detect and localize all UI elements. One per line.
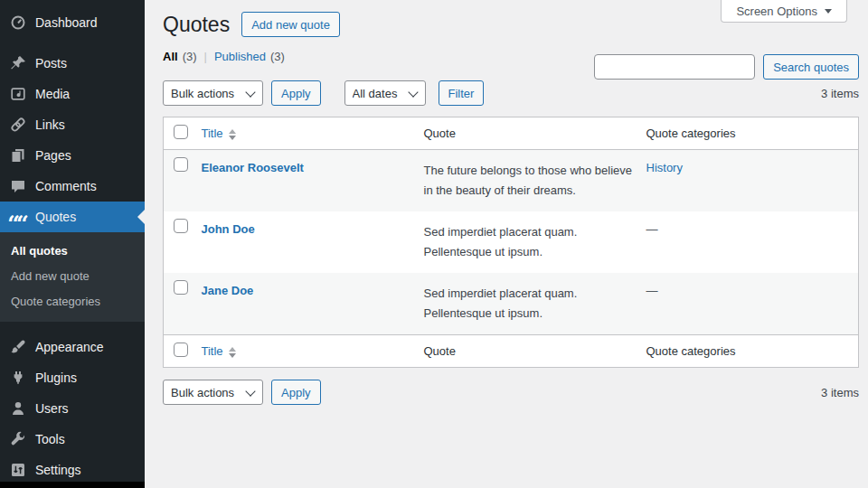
pushpin-icon <box>9 54 27 72</box>
column-quote: Quote <box>424 117 646 150</box>
quote-title-link[interactable]: Eleanor Roosevelt <box>202 161 304 174</box>
quotes-submenu: All quotes Add new quote Quote categorie… <box>0 232 145 322</box>
quotes-list-table: Title Quote Quote categories Eleanor Roo… <box>163 117 859 368</box>
row-checkbox[interactable] <box>174 219 188 233</box>
quote-title-link[interactable]: John Doe <box>202 222 255 236</box>
submenu-item-quote-categories[interactable]: Quote categories <box>0 289 145 314</box>
table-toolbar-bottom: Bulk actions Apply 3 items <box>163 380 859 405</box>
dates-filter-select[interactable]: All dates <box>344 80 426 106</box>
sidebar-item-label: Tools <box>35 432 65 446</box>
sidebar-item-label: Plugins <box>35 371 77 385</box>
bulk-actions-select[interactable]: Bulk actions <box>163 80 263 106</box>
bulk-actions-select-bottom[interactable]: Bulk actions <box>163 380 263 405</box>
apply-button[interactable]: Apply <box>271 80 321 106</box>
view-separator: | <box>204 50 207 63</box>
settings-icon <box>9 461 27 479</box>
select-all-checkbox[interactable] <box>174 343 188 357</box>
plugin-icon <box>9 369 27 387</box>
column-title-sort[interactable]: Title <box>202 344 223 358</box>
quote-text: Sed imperdiet placerat quam. Pellentesqu… <box>424 284 637 324</box>
dates-select-wrap: All dates <box>344 80 426 106</box>
table-row: Eleanor Roosevelt The future belongs to … <box>164 150 859 212</box>
page-title: Quotes <box>163 11 230 38</box>
brush-icon <box>9 338 27 356</box>
sidebar-item-links[interactable]: Links <box>0 109 145 140</box>
sidebar-item-media[interactable]: Media <box>0 79 145 109</box>
pages-icon <box>9 146 27 164</box>
search-quotes-button[interactable]: Search quotes <box>763 54 859 80</box>
submenu-item-add-new-quote[interactable]: Add new quote <box>0 264 145 289</box>
view-all-count: (3) <box>183 50 197 63</box>
column-quote-categories: Quote categories <box>646 335 859 368</box>
table-toolbar-top: Bulk actions Apply All dates Filter 3 it… <box>163 80 859 106</box>
column-quote-categories: Quote categories <box>646 117 859 150</box>
apply-button-bottom[interactable]: Apply <box>271 380 321 405</box>
quote-title-link[interactable]: Jane Doe <box>202 284 254 297</box>
sidebar-item-label: Dashboard <box>35 15 98 30</box>
bulk-actions-select-wrap: Bulk actions <box>163 380 263 405</box>
quote-icon <box>9 208 27 226</box>
sidebar-item-label: Quotes <box>35 210 76 224</box>
sidebar-item-users[interactable]: Users <box>0 393 145 424</box>
sidebar-item-label: Pages <box>35 148 71 163</box>
link-icon <box>9 116 27 134</box>
column-title-sort[interactable]: Title <box>202 127 223 140</box>
sidebar-item-label: Users <box>35 401 69 416</box>
bulk-actions-select-wrap: Bulk actions <box>163 80 263 106</box>
sidebar-item-tools[interactable]: Tools <box>0 424 145 455</box>
main-content: Screen Options Quotes Add new quote All … <box>145 0 868 488</box>
search-box: Search quotes <box>594 54 859 80</box>
table-row: Jane Doe Sed imperdiet placerat quam. Pe… <box>164 273 859 335</box>
sidebar-item-settings[interactable]: Settings <box>0 455 145 485</box>
sidebar-item-appearance[interactable]: Appearance <box>0 332 145 362</box>
sidebar-item-dashboard[interactable]: Dashboard <box>0 7 145 38</box>
sidebar-item-quotes[interactable]: Quotes <box>0 202 145 232</box>
sidebar-item-label: Posts <box>35 56 67 70</box>
view-published-link[interactable]: Published <box>214 50 266 63</box>
table-header-row: Title Quote Quote categories <box>164 117 859 150</box>
user-icon <box>9 399 27 418</box>
dashboard-icon <box>9 14 27 32</box>
sidebar-item-label: Links <box>35 117 65 132</box>
sidebar-item-label: Media <box>35 87 70 101</box>
admin-sidebar: Dashboard Posts Media Links Pages Commen… <box>0 0 145 488</box>
sidebar-item-pages[interactable]: Pages <box>0 140 145 171</box>
filter-button[interactable]: Filter <box>439 80 485 106</box>
sidebar-item-label: Comments <box>35 179 97 193</box>
category-link[interactable]: History <box>646 161 683 174</box>
category-empty: — <box>646 222 658 236</box>
item-count: 3 items <box>821 87 859 100</box>
submenu-item-all-quotes[interactable]: All quotes <box>0 239 145 264</box>
category-empty: — <box>646 284 658 297</box>
sidebar-item-label: Appearance <box>35 340 104 354</box>
row-checkbox[interactable] <box>174 280 188 295</box>
menu-separator <box>0 322 145 332</box>
menu-separator <box>0 38 145 48</box>
sidebar-item-plugins[interactable]: Plugins <box>0 362 145 393</box>
item-count: 3 items <box>821 386 859 399</box>
wrench-icon <box>9 430 27 448</box>
comment-icon <box>9 177 27 195</box>
sidebar-item-comments[interactable]: Comments <box>0 171 145 202</box>
media-icon <box>9 85 27 103</box>
add-new-quote-button[interactable]: Add new quote <box>241 12 340 37</box>
view-published-count: (3) <box>270 50 285 63</box>
search-input[interactable] <box>594 54 755 80</box>
select-all-checkbox[interactable] <box>174 125 188 139</box>
sidebar-item-label: Settings <box>35 463 81 477</box>
sidebar-item-posts[interactable]: Posts <box>0 48 145 79</box>
quote-text: The future belongs to those who believe … <box>424 161 637 201</box>
row-checkbox[interactable] <box>174 157 188 172</box>
table-row: John Doe Sed imperdiet placerat quam. Pe… <box>164 211 859 273</box>
sidebar-bottom-strip <box>0 482 145 488</box>
quote-text: Sed imperdiet placerat quam. Pellentesqu… <box>424 222 637 262</box>
sort-arrows-icon <box>229 129 236 140</box>
view-all[interactable]: All <box>163 50 178 63</box>
column-quote: Quote <box>424 335 646 368</box>
sort-arrows-icon <box>229 347 236 358</box>
table-footer-row: Title Quote Quote categories <box>164 335 859 368</box>
